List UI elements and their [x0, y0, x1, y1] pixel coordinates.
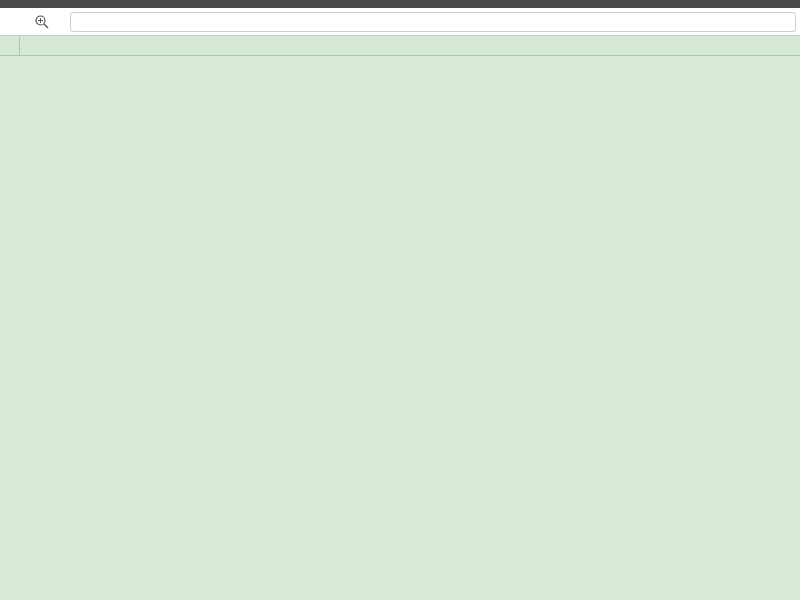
- svg-line-1: [44, 24, 48, 28]
- column-headers: [0, 36, 800, 56]
- window-top-bar: [0, 0, 800, 8]
- spreadsheet[interactable]: [0, 36, 800, 600]
- zoom-icon[interactable]: [34, 14, 50, 30]
- corner-spacer: [0, 36, 20, 55]
- grid[interactable]: [0, 56, 800, 600]
- formula-input[interactable]: [70, 12, 796, 32]
- formula-bar: [0, 8, 800, 36]
